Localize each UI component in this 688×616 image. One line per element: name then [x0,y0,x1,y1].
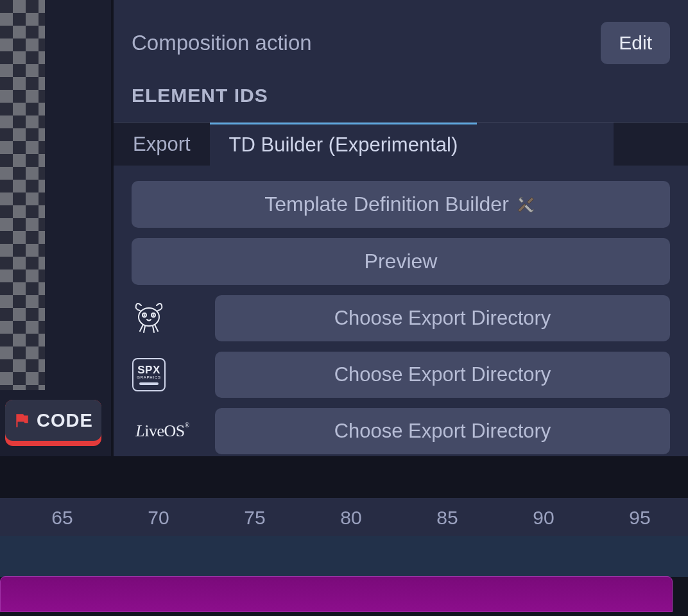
checker-background [0,0,45,390]
svg-point-0 [139,308,159,326]
ruler-tick: 80 [340,507,361,529]
loopic-logo [132,301,166,336]
spx-logo: SPX GRAPHICS [132,357,166,392]
ruler-tick: 70 [148,507,169,529]
export-row-spx: SPX GRAPHICS Choose Export Directory [132,352,670,398]
flag-icon [13,412,30,429]
timeline-ruler[interactable]: 65707580859095 [0,498,688,536]
spx-logo-line1: SPX [137,364,160,375]
left-rail: CODE [0,0,111,456]
ruler-tick: 65 [51,507,73,529]
ruler-tick: 85 [436,507,458,529]
template-builder-label: Template Definition Builder [264,193,509,216]
hammer-wrench-icon [515,194,537,216]
preview-button[interactable]: Preview [132,238,670,285]
ruler-tick: 90 [533,507,554,529]
code-button-label: CODE [37,410,93,431]
choose-directory-loopic-button[interactable]: Choose Export Directory [215,295,670,341]
svg-point-4 [153,314,155,316]
export-row-liveos: LiveOS® Choose Export Directory [132,408,670,454]
code-button-wrap: CODE [5,400,101,446]
code-button[interactable]: CODE [5,400,101,441]
tab-export[interactable]: Export [114,123,210,166]
tab-td-builder[interactable]: TD Builder (Experimental) [210,123,477,166]
td-builder-content: Template Definition Builder Preview [114,166,688,479]
edit-button[interactable]: Edit [601,22,670,64]
timeline-track-area[interactable] [0,536,688,577]
choose-directory-spx-button[interactable]: Choose Export Directory [215,352,670,398]
liveos-logo: LiveOS® [132,414,193,449]
properties-panel: Composition action Edit ELEMENT IDS Expo… [114,0,688,456]
section-header: Composition action Edit [114,0,688,78]
timeline-clip[interactable] [0,576,673,612]
export-row-loopic: Choose Export Directory [132,295,670,341]
element-ids-heading: ELEMENT IDS [114,78,688,122]
tabs-strip: Export TD Builder (Experimental) [114,122,688,166]
template-definition-builder-button[interactable]: Template Definition Builder [132,181,670,228]
svg-point-3 [144,314,146,316]
ruler-tick: 75 [244,507,265,529]
section-title: Composition action [132,31,312,55]
ruler-tick: 95 [629,507,650,529]
spx-logo-line2: GRAPHICS [137,375,161,380]
choose-directory-liveos-button[interactable]: Choose Export Directory [215,408,670,454]
